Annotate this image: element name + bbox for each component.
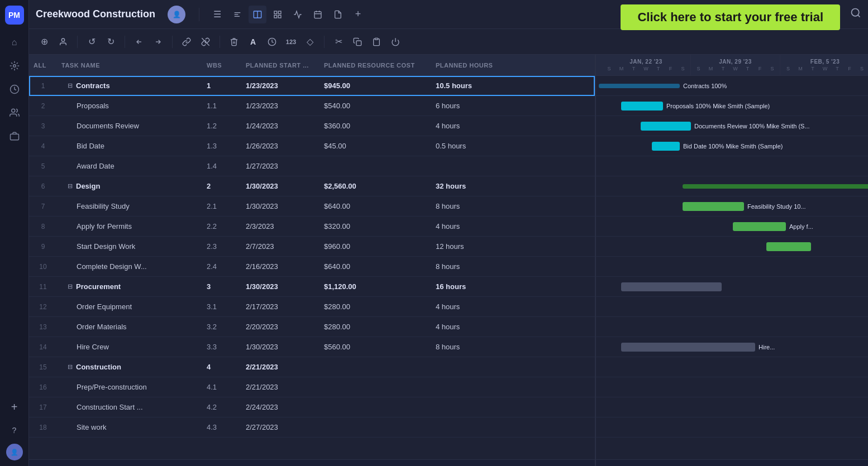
sidebar-item-home[interactable]: ⌂ [4,32,25,52]
gantt-row[interactable] [596,237,868,257]
gantt-bar[interactable] [652,142,680,151]
gantt-bar[interactable] [599,84,680,88]
gantt-row[interactable]: Documents Review 100% Mike Smith (S... [596,116,868,136]
table-row[interactable]: 2 Proposals 1.1 1/23/2023 $540.00 6 hour… [29,96,595,116]
user-avatar[interactable]: 👤 [6,444,23,460]
gantt-row[interactable] [596,297,868,317]
add-task-button[interactable]: ⊕ [36,33,53,50]
table-scrollbar[interactable] [29,459,595,466]
table-row[interactable]: 7 Feasibility Study 2.1 1/30/2023 $640.0… [29,196,595,217]
sidebar-item-portfolio[interactable] [4,126,25,146]
gantt-bar-label: Hire... [759,344,775,350]
paste-button[interactable] [368,33,385,50]
gantt-row[interactable]: Contracts 100% [596,76,868,96]
gantt-row[interactable] [596,357,868,377]
table-row[interactable]: 9 Start Design Work 2.3 2/7/2023 $960.00… [29,237,595,257]
gantt-row[interactable] [596,377,868,397]
table-row[interactable]: 12 Order Equipment 3.1 2/17/2023 $280.00… [29,297,595,317]
row-start: 2/20/2023 [241,323,319,331]
row-wbs: 4.2 [202,403,241,411]
row-cost: $540.00 [319,102,431,110]
table-row[interactable]: 15 ⊟ Construction 4 2/21/2023 [29,357,595,377]
table-row[interactable]: 6 ⊟ Design 2 1/30/2023 $2,560.00 32 hour… [29,176,595,196]
row-cost: $1,120.00 [319,282,431,291]
unlink-button[interactable] [197,33,214,50]
table-row[interactable]: 8 Apply for Permits 2.2 2/3/2023 $320.00… [29,217,595,237]
row-cost: $560.00 [319,343,431,351]
add-user-button[interactable] [55,33,71,50]
task-name: Order Materials [57,323,202,331]
tab-grid[interactable] [269,6,287,23]
sidebar-item-team[interactable] [4,103,25,123]
tab-gantt[interactable] [228,6,246,23]
table-row[interactable]: 5 Award Date 1.4 1/27/2023 [29,156,595,176]
search-button[interactable] [850,7,861,21]
sidebar-item-add[interactable]: + [4,397,25,417]
cut-button[interactable]: ✂ [330,33,347,50]
gantt-row[interactable] [596,397,868,417]
project-avatar[interactable]: 👤 [168,6,185,23]
copy-button[interactable] [349,33,366,50]
gantt-row[interactable]: Feasibility Study 10... [596,196,868,217]
table-row[interactable]: 3 Documents Review 1.2 1/24/2023 $360.00… [29,116,595,136]
table-row[interactable]: 18 Site work 4.3 2/27/2023 [29,417,595,438]
gantt-row[interactable]: Hire... [596,337,868,357]
table-row[interactable]: 16 Prep/Pre-construction 4.1 2/21/2023 [29,377,595,397]
row-wbs: 3.2 [202,323,241,331]
font-button[interactable]: A [245,33,261,50]
row-start: 1/27/2023 [241,162,319,170]
sidebar-item-notifications[interactable] [4,56,25,76]
gantt-bar[interactable] [683,184,868,189]
gantt-bar[interactable] [621,282,722,291]
chain-link-button[interactable] [387,33,404,50]
gantt-row[interactable] [596,417,868,438]
table-row[interactable]: 11 ⊟ Procurement 3 1/30/2023 $1,120.00 1… [29,277,595,297]
color-button[interactable] [264,33,280,50]
task-name: ⊟ Design [57,182,202,190]
gantt-bar[interactable] [621,343,755,352]
gantt-scrollbar[interactable] [596,459,868,466]
delete-button[interactable] [226,33,242,50]
gantt-row[interactable] [596,156,868,176]
sidebar-item-help[interactable]: ? [4,420,25,440]
gantt-row[interactable]: Proposals 100% Mike Smith (Sample) [596,96,868,116]
row-start: 2/7/2023 [241,242,319,251]
link-button[interactable] [178,33,195,50]
tab-split[interactable] [249,6,266,23]
table-row[interactable]: 13 Order Materials 3.2 2/20/2023 $280.00… [29,317,595,337]
sidebar-item-time[interactable] [4,79,25,99]
gantt-row[interactable] [596,176,868,196]
undo-button[interactable]: ↺ [83,33,100,50]
gantt-row[interactable]: Apply f... [596,217,868,237]
tab-chart[interactable] [289,6,307,23]
table-row[interactable]: 10 Complete Design W... 2.4 2/16/2023 $6… [29,257,595,277]
svg-rect-9 [274,11,277,14]
gantt-row[interactable] [596,317,868,337]
diamond-button[interactable]: ◇ [302,33,318,50]
tab-calendar[interactable] [309,6,327,23]
indent-button[interactable] [150,33,166,50]
outdent-button[interactable] [131,33,147,50]
gantt-row[interactable]: Bid Date 100% Mike Smith (Sample) [596,136,868,156]
tab-list[interactable]: ☰ [208,6,226,23]
tab-add[interactable]: + [349,6,367,23]
gantt-bar[interactable] [621,102,663,111]
toolbar-sep-5 [324,36,325,48]
gantt-row[interactable] [596,257,868,277]
table-row[interactable]: 4 Bid Date 1.3 1/26/2023 $45.00 0.5 hour… [29,136,595,156]
row-wbs: 4.3 [202,423,241,431]
gantt-row[interactable] [596,277,868,297]
tab-doc[interactable] [329,6,347,23]
cta-banner[interactable]: Click here to start your free trial [621,4,840,30]
gantt-bar[interactable] [683,202,744,211]
gantt-bar[interactable] [766,242,811,251]
table-row[interactable]: 1 ⊟ Contracts 1 1/23/2023 $945.00 10.5 h… [29,76,595,96]
row-cost: $945.00 [319,81,431,90]
gantt-bar[interactable] [641,122,691,131]
table-row[interactable]: 14 Hire Crew 3.3 1/30/2023 $560.00 8 hou… [29,337,595,357]
gantt-bar[interactable] [733,222,786,231]
number-format-button[interactable]: 123 [283,33,299,50]
table-row[interactable]: 17 Construction Start ... 4.2 2/24/2023 [29,397,595,417]
redo-button[interactable]: ↻ [102,33,119,50]
row-hours: 16 hours [431,282,521,291]
